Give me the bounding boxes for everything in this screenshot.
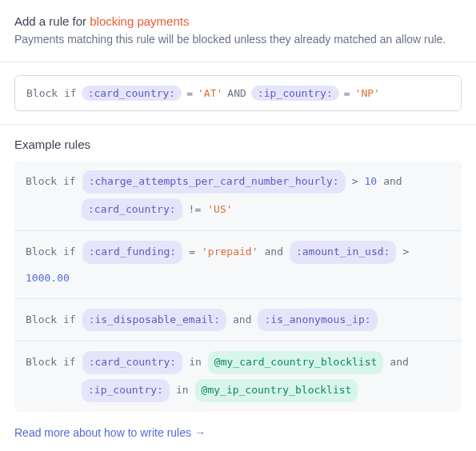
value-np: 'NP': [355, 87, 380, 99]
and-operator: and: [390, 353, 408, 373]
field-card-funding: :card_funding:: [82, 241, 183, 264]
operator-equals: =: [186, 87, 193, 99]
rule-prefix: Block if: [26, 353, 76, 373]
operator-in: in: [176, 381, 189, 401]
header-section: Add a rule for blocking payments Payment…: [0, 0, 476, 62]
field-ip-country: :ip_country:: [82, 379, 170, 402]
and-operator: and: [233, 310, 251, 330]
example-rule[interactable]: Block if :card_country: in @my_card_coun…: [14, 341, 462, 411]
rule-prefix: Block if: [26, 87, 77, 99]
example-section: Example rules Block if :charge_attempts_…: [0, 125, 476, 451]
field-charge-attempts: :charge_attempts_per_card_number_hourly:: [82, 170, 346, 194]
example-rule[interactable]: Block if :charge_attempts_per_card_numbe…: [14, 161, 462, 230]
arrow-right-icon: →: [194, 426, 206, 439]
field-card-country: :card_country:: [82, 198, 182, 222]
field-disposable-email: :is_disposable_email:: [82, 309, 226, 332]
field-amount-usd: :amount_in_usd:: [290, 241, 396, 264]
rule-input-section: Block if :card_country: = 'AT' AND :ip_c…: [0, 62, 476, 124]
value-1000: 1000.00: [26, 269, 70, 289]
read-more-text: Read more about how to write rules: [14, 426, 191, 439]
operator-equals: =: [344, 87, 350, 99]
read-more-link[interactable]: Read more about how to write rules →: [14, 426, 206, 439]
value-10: 10: [365, 172, 378, 192]
rule-prefix: Block if: [26, 172, 76, 192]
rule-input[interactable]: Block if :card_country: = 'AT' AND :ip_c…: [14, 75, 462, 111]
title-suffix: blocking payments: [90, 14, 189, 28]
rule-prefix: Block if: [26, 310, 76, 330]
example-rule[interactable]: Block if :card_funding: = 'prepaid' and …: [14, 230, 462, 297]
field-card-country: :card_country:: [82, 351, 183, 374]
page-subtitle: Payments matching this rule will be bloc…: [14, 33, 462, 46]
list-card-country-blocklist: @my_card_country_blocklist: [208, 351, 384, 374]
title-prefix: Add a rule for: [14, 14, 90, 28]
and-operator: and: [264, 242, 282, 262]
operator-in: in: [189, 353, 202, 373]
operator-equals: =: [189, 242, 195, 262]
and-operator: and: [383, 172, 402, 192]
example-block: Block if :charge_attempts_per_card_numbe…: [14, 161, 462, 412]
operator-gt: >: [402, 242, 409, 262]
field-card-country[interactable]: :card_country:: [82, 86, 182, 101]
rule-continuation: :card_country: != 'US': [82, 198, 450, 222]
rule-continuation: :ip_country: in @my_ip_country_blocklist: [82, 379, 450, 402]
example-title: Example rules: [14, 138, 462, 151]
and-operator: AND: [227, 87, 246, 99]
page-title: Add a rule for blocking payments: [14, 13, 462, 30]
field-ip-country[interactable]: :ip_country:: [251, 86, 339, 101]
list-ip-country-blocklist: @my_ip_country_blocklist: [195, 379, 358, 402]
field-anonymous-ip: :is_anonymous_ip:: [258, 309, 377, 332]
example-rule[interactable]: Block if :is_disposable_email: and :is_a…: [14, 298, 462, 341]
operator-neq: !=: [189, 200, 202, 220]
rule-prefix: Block if: [26, 242, 76, 262]
value-us: 'US': [207, 200, 232, 220]
operator-gt: >: [352, 172, 358, 192]
value-prepaid: 'prepaid': [202, 242, 258, 262]
value-at: 'AT': [198, 87, 222, 99]
